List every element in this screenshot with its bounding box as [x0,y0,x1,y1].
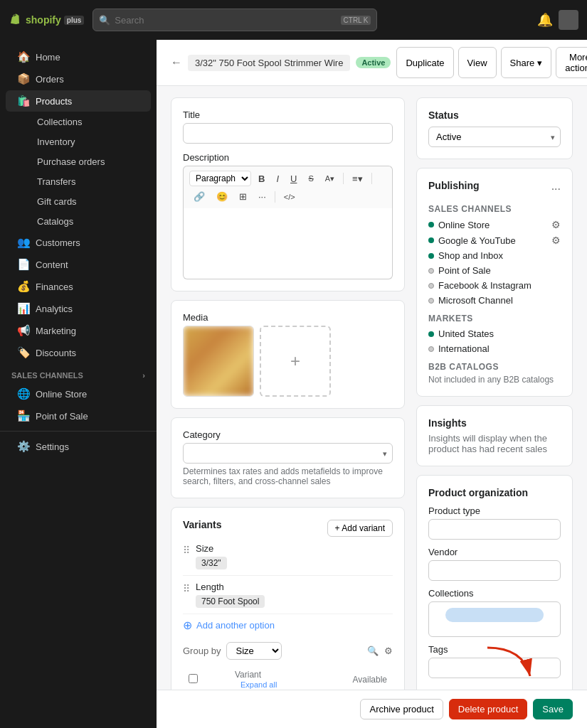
collections-label: Collections [428,588,561,599]
category-label: Category [183,429,393,440]
channel-settings-icon-2[interactable]: ⚙ [551,235,561,246]
product-title-bar: 3/32" 750 Foot Spool Strimmer Wire Activ… [188,55,391,71]
code-button[interactable]: </> [280,191,300,203]
align-button[interactable]: ≡▾ [348,171,367,186]
delete-product-button[interactable]: Delete product [449,699,528,719]
sidebar-item-products[interactable]: 🛍️ Products [6,90,151,112]
discounts-icon: 🏷️ [17,346,30,359]
sidebar-item-purchase-orders[interactable]: Purchase orders [31,152,151,171]
category-select[interactable] [183,443,393,464]
size-option-value: 3/32" [196,557,227,569]
product-org-title: Product organization [428,487,528,498]
plus-icon: ⊕ [183,619,192,632]
vendor-label: Vendor [428,547,561,557]
user-avatar[interactable] [559,10,578,30]
home-icon: 🏠 [17,50,30,63]
bold-button[interactable]: B [254,171,269,186]
select-all-checkbox[interactable] [189,674,198,683]
description-editor[interactable] [183,208,393,279]
toolbar-actions: Duplicate View Share ▾ More actions ▾ ‹ … [396,47,587,78]
archive-product-button[interactable]: Archive product [360,699,443,719]
sidebar-item-orders[interactable]: 📦 Orders [6,68,151,90]
add-media-button[interactable]: + [260,326,331,397]
drag-handle-size[interactable]: ⠿ [183,543,190,556]
status-select[interactable]: Active Draft Archived [428,127,561,147]
customers-icon: 👥 [17,236,30,249]
top-nav: shopify plus 🔍 CTRL K 🔔 [0,0,587,40]
sidebar-item-finances[interactable]: 💰 Finances [6,276,151,297]
back-button[interactable]: ← [171,56,182,69]
search-bar[interactable]: 🔍 CTRL K [92,9,377,31]
drag-handle-length[interactable]: ⠿ [183,582,190,594]
orders-icon: 📦 [17,73,30,85]
product-org-card: Product organization Product type Vendor… [416,475,573,690]
sidebar-item-analytics[interactable]: 📊 Analytics [6,298,151,319]
table-button[interactable]: ⊞ [235,189,251,204]
markets-subtitle: Markets [428,314,561,323]
search-variants-icon[interactable]: 🔍 [367,646,379,656]
view-button[interactable]: View [458,47,497,78]
notification-bell[interactable]: 🔔 [537,12,553,28]
sidebar-item-catalogs[interactable]: Catalogs [31,212,151,231]
strikethrough-button[interactable]: S [304,172,317,185]
filter-variants-icon[interactable]: ⚙ [384,646,393,656]
channel-dot [428,222,434,228]
tags-input[interactable] [428,658,561,678]
channel-dot-inactive [428,283,434,289]
share-button[interactable]: Share ▾ [501,47,552,78]
sidebar-item-transfers[interactable]: Transfers [31,172,151,191]
sidebar-item-home[interactable]: 🏠 Home [6,46,151,68]
sidebar-item-collections[interactable]: Collections [31,112,151,132]
add-option-button[interactable]: ⊕ Add another option [183,614,393,636]
left-col: Title Description Paragraph B I U [171,97,405,690]
save-button[interactable]: Save [533,699,573,719]
category-select-wrap: ▾ [183,443,393,464]
search-kbd: CTRL K [341,16,371,25]
font-color-button[interactable]: A▾ [321,172,339,186]
channel-online-store: Online Store ⚙ [428,217,561,232]
market-dot [428,331,434,337]
publishing-more-button[interactable]: ··· [551,183,561,196]
group-by-label: Group by [183,646,221,656]
sidebar-item-inventory[interactable]: Inventory [31,132,151,151]
search-input[interactable] [115,15,336,26]
expand-all-button[interactable]: Expand all [240,680,277,689]
title-input[interactable] [183,123,393,144]
sidebar-item-customers[interactable]: 👥 Customers [6,232,151,253]
media-item-1[interactable] [183,326,254,397]
more-actions-button[interactable]: More actions ▾ [556,47,587,78]
sidebar-item-discounts[interactable]: 🏷️ Discounts [6,342,151,363]
expand-sales-channels[interactable]: › [142,371,145,380]
link-button[interactable]: 🔗 [189,189,209,204]
search-icon: 🔍 [99,15,110,26]
sidebar-item-online-store[interactable]: 🌐 Online Store [6,383,151,405]
product-type-input[interactable] [428,519,561,540]
media-label: Media [183,312,393,323]
paragraph-select[interactable]: Paragraph [189,171,251,186]
sidebar-item-marketing[interactable]: 📢 Marketing [6,320,151,341]
more-formats-button[interactable]: ··· [254,189,270,204]
page-toolbar: ← 3/32" 750 Foot Spool Strimmer Wire Act… [157,40,587,86]
sidebar-item-settings[interactable]: ⚙️ Settings [6,436,151,457]
main-layout: 🏠 Home 📦 Orders 🛍️ Products Collections … [0,40,587,728]
sidebar-item-point-of-sale[interactable]: 🏪 Point of Sale [6,405,151,427]
collections-box[interactable] [428,601,561,637]
pos-icon: 🏪 [17,410,30,422]
variant-option-size: ⠿ Size 3/32" [183,537,393,576]
editor-toolbar: Paragraph B I U S A▾ ≡▾ 🔗 [183,166,393,208]
sidebar-item-content[interactable]: 📄 Content [6,254,151,275]
emoji-button[interactable]: 😊 [212,189,232,204]
duplicate-button[interactable]: Duplicate [396,47,453,78]
group-by-select[interactable]: Size Length [226,642,282,660]
channel-pos: Point of Sale [428,263,561,278]
product-title: 3/32" 750 Foot Spool Strimmer Wire [188,55,350,71]
underline-button[interactable]: U [286,171,301,186]
italic-button[interactable]: I [272,171,283,186]
channel-settings-icon[interactable]: ⚙ [551,219,561,230]
add-variant-button[interactable]: + Add variant [327,520,393,537]
vendor-input[interactable] [428,560,561,581]
products-icon: 🛍️ [17,95,30,107]
publishing-header: Publishing ··· [428,180,561,198]
sidebar-item-gift-cards[interactable]: Gift cards [31,192,151,211]
channel-dot-inactive [428,268,434,274]
